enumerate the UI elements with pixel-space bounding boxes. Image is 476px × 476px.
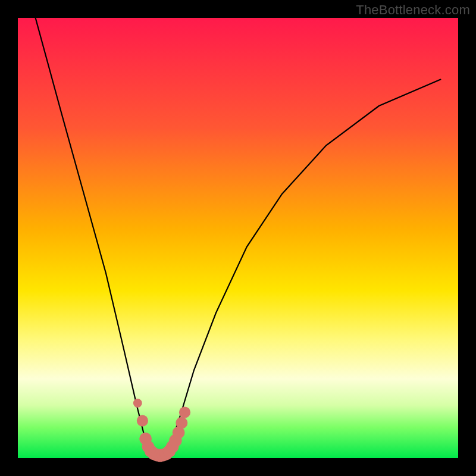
chart-frame: TheBottleneck.com [0,0,476,476]
highlight-dot [176,417,187,429]
highlight-dot [133,399,142,408]
highlight-dots [133,399,190,462]
highlight-dot [137,415,148,427]
highlight-dot [179,406,190,418]
chart-svg [18,18,458,458]
watermark-text: TheBottleneck.com [356,2,470,18]
bottleneck-curve [36,18,441,458]
